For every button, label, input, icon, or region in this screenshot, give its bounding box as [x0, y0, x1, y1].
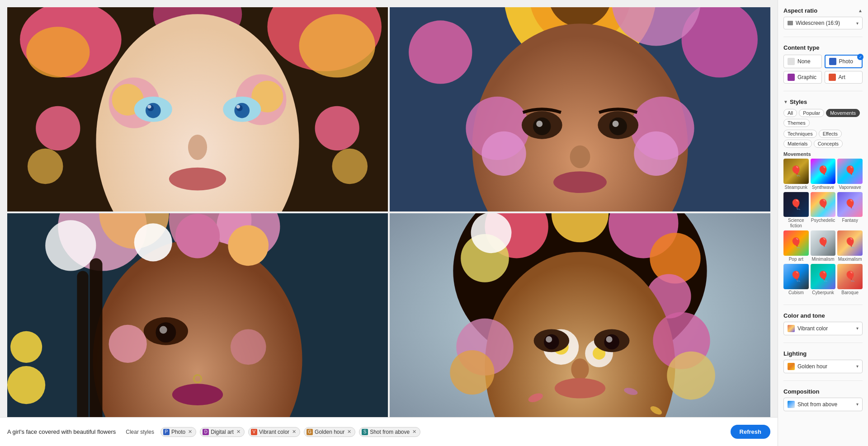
- filter-themes[interactable]: Themes: [783, 119, 810, 127]
- svg-point-43: [570, 146, 590, 169]
- synthwave-thumb: 🎈: [811, 159, 836, 184]
- filter-all[interactable]: All: [783, 109, 797, 117]
- style-minimalism[interactable]: 🎈 Minimalism: [811, 230, 836, 262]
- svg-point-35: [481, 131, 526, 176]
- tag-digital-label: Digital art: [211, 429, 234, 435]
- tag-shot-remove[interactable]: ✕: [412, 429, 416, 434]
- content-type-art[interactable]: Art: [825, 71, 863, 84]
- tag-vibrant-remove[interactable]: ✕: [292, 429, 296, 434]
- popart-label: Pop art: [789, 257, 803, 262]
- movements-label: Movements: [783, 151, 863, 157]
- style-vaporwave[interactable]: 🎈 Vaporwave: [837, 159, 863, 190]
- filter-materials[interactable]: Materials: [783, 140, 812, 148]
- photo-check: ✓: [857, 54, 863, 60]
- svg-point-91: [571, 358, 589, 380]
- styles-label: Styles: [790, 99, 807, 105]
- svg-point-23: [28, 149, 63, 184]
- image-cell-4[interactable]: [390, 213, 770, 418]
- svg-point-89: [604, 334, 619, 349]
- vaporwave-label: Vaporwave: [839, 185, 861, 190]
- aspect-ratio-dropdown[interactable]: Widescreen (16:9) ▾: [783, 17, 863, 29]
- steampunk-label: Steampunk: [785, 185, 808, 190]
- shot-icon: S: [362, 429, 368, 435]
- style-maximalism[interactable]: 🎈 Maximalism: [837, 230, 863, 262]
- lighting-dropdown[interactable]: Golden hour ▾: [783, 360, 863, 373]
- refresh-button[interactable]: Refresh: [731, 425, 770, 439]
- style-psychedelic[interactable]: 🎈 Psychedelic: [811, 192, 836, 229]
- image-cell-3[interactable]: [7, 213, 388, 418]
- maximalism-thumb: 🎈: [837, 230, 863, 256]
- divider-2: [783, 91, 863, 91]
- tag-photo: P Photo ✕: [160, 427, 196, 437]
- lighting-value: Golden hour: [797, 363, 854, 370]
- filter-effects[interactable]: Effects: [819, 130, 842, 138]
- tag-shot: S Shot from above ✕: [359, 427, 420, 437]
- svg-point-80: [667, 351, 715, 399]
- styles-section: ▼ Styles All Popular Movements Themes Te…: [783, 99, 863, 297]
- filter-popular[interactable]: Popular: [799, 109, 824, 117]
- color-tone-label: Color and tone: [783, 312, 863, 319]
- svg-point-38: [533, 117, 551, 135]
- style-scifi[interactable]: 🎈 Science fiction: [783, 192, 809, 229]
- art-icon: [829, 74, 836, 81]
- style-synthwave[interactable]: 🎈 Synthwave: [811, 159, 836, 190]
- style-cubism[interactable]: 🎈 Cubism: [783, 264, 809, 296]
- filter-techniques[interactable]: Techniques: [783, 130, 817, 138]
- main-area: A girl's face covered with beautiful flo…: [0, 0, 778, 446]
- tag-golden-remove[interactable]: ✕: [347, 429, 351, 434]
- content-type-graphic[interactable]: Graphic: [783, 71, 822, 84]
- svg-rect-54: [90, 258, 102, 417]
- aspect-ratio-label: Aspect ratio: [783, 7, 817, 14]
- style-cyberpunk[interactable]: 🎈 Cyberpunk: [811, 264, 836, 296]
- filter-concepts[interactable]: Concepts: [814, 140, 843, 148]
- tag-digital-remove[interactable]: ✕: [236, 429, 241, 434]
- svg-point-14: [147, 105, 151, 108]
- color-tone-arrow: ▾: [856, 326, 859, 331]
- svg-point-63: [109, 324, 147, 362]
- lighting-arrow: ▾: [856, 364, 859, 369]
- fantasy-label: Fantasy: [842, 218, 858, 223]
- filter-movements[interactable]: Movements: [826, 109, 860, 117]
- svg-point-39: [536, 121, 542, 127]
- content-type-none[interactable]: None: [783, 55, 822, 68]
- styles-collapse[interactable]: ▼: [783, 99, 788, 104]
- image-cell-1[interactable]: [7, 7, 388, 211]
- style-grid-row1: 🎈 Steampunk 🎈 Synthwave 🎈 Vaporwave: [783, 159, 863, 190]
- composition-dropdown[interactable]: Shot from above ▾: [783, 398, 863, 411]
- composition-arrow: ▾: [856, 402, 859, 407]
- tag-photo-remove[interactable]: ✕: [188, 429, 192, 434]
- svg-point-19: [188, 135, 207, 160]
- svg-point-57: [134, 223, 172, 261]
- svg-point-49: [45, 220, 96, 271]
- color-tone-dropdown[interactable]: Vibrant color ▾: [783, 322, 863, 335]
- aspect-ratio-collapse[interactable]: ▲: [858, 8, 863, 13]
- scifi-thumb: 🎈: [783, 192, 809, 217]
- style-fantasy[interactable]: 🎈 Fantasy: [837, 192, 863, 229]
- style-steampunk[interactable]: 🎈 Steampunk: [783, 159, 809, 190]
- clear-styles-button[interactable]: Clear styles: [123, 427, 157, 437]
- tag-shot-label: Shot from above: [370, 429, 410, 435]
- scifi-label: Science fiction: [783, 218, 809, 229]
- style-baroque[interactable]: 🎈 Baroque: [837, 264, 863, 296]
- svg-point-86: [544, 334, 559, 349]
- svg-point-44: [553, 171, 607, 193]
- composition-section: Composition Shot from above ▾: [783, 388, 863, 411]
- content-type-grid: None Photo ✓ Graphic Art: [783, 55, 863, 84]
- image-cell-2[interactable]: [390, 7, 770, 211]
- svg-point-16: [234, 103, 250, 118]
- synthwave-label: Synthwave: [812, 185, 834, 190]
- content-type-photo[interactable]: Photo ✓: [825, 55, 863, 68]
- content-type-section: Content type None Photo ✓ Graphic Art: [783, 44, 863, 84]
- svg-point-78: [450, 350, 494, 394]
- svg-point-41: [609, 117, 627, 135]
- shot-swatch: [788, 401, 795, 408]
- image-grid: [7, 7, 770, 417]
- color-tone-value: Vibrant color: [797, 325, 854, 332]
- aspect-ratio-arrow: ▾: [856, 21, 859, 26]
- svg-point-24: [332, 149, 368, 184]
- cubism-thumb: 🎈: [783, 264, 809, 289]
- style-popart[interactable]: 🎈 Pop art: [783, 230, 809, 262]
- svg-point-52: [10, 331, 42, 362]
- lighting-label: Lighting: [783, 350, 863, 357]
- divider-5: [783, 380, 863, 381]
